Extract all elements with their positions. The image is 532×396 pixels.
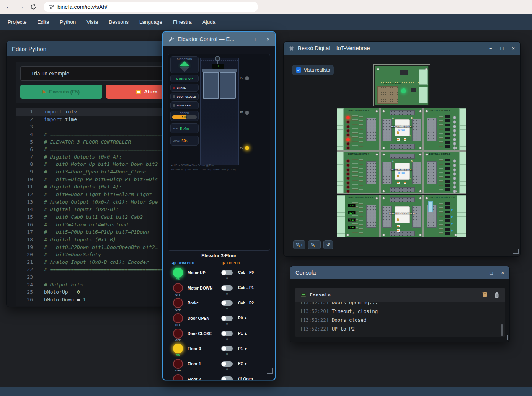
- code-text: # bit3=Door_Open bit4=Door_Close: [39, 168, 146, 176]
- line-number: 7: [16, 153, 39, 161]
- toggle-cab-p1[interactable]: [221, 285, 233, 291]
- board-acenter[interactable]: VERTEBRA ANALÒGICA: [380, 195, 423, 237]
- url-text[interactable]: binefa.com/iotv/sAh/: [57, 4, 108, 10]
- resize-handle[interactable]: [503, 335, 508, 340]
- trash-icon[interactable]: [494, 292, 499, 298]
- elevator-titlebar[interactable]: Elevator Control — E... − □ ×: [163, 32, 275, 46]
- besso-title: Bessó Digital – IoT-Vertebrae: [298, 45, 370, 51]
- terminal-strip: [337, 152, 344, 193]
- taskbar: [0, 387, 532, 396]
- checkbox-checked-icon[interactable]: ✓: [296, 67, 301, 73]
- maximize-icon[interactable]: □: [255, 37, 258, 42]
- led-floor-2: [173, 374, 183, 380]
- code-text: [39, 123, 44, 131]
- sim-legend: ▲ UP ▼ DOWN ● Floor Sensor ▦ Door Encode…: [171, 163, 236, 172]
- app-menubar: ProjecteEditaPythonVistaBessonsLanguageF…: [0, 14, 532, 30]
- board-aleft[interactable]: COSTELLA ANALÒGICA A1.41.41.41.4: [337, 195, 380, 237]
- alarm-led: [173, 104, 175, 107]
- led-red-off: [346, 168, 350, 172]
- zoom-in-button[interactable]: +: [293, 240, 305, 249]
- board-dleft[interactable]: COSTELLA DIGITAL A: [337, 151, 380, 194]
- cab-display: +: [212, 64, 224, 69]
- down-triangle-icon: [180, 67, 189, 72]
- toggle-cab-p0[interactable]: [221, 270, 233, 275]
- elevator-cab: [202, 69, 237, 100]
- head-board: CAP IoT-Vertebrae: [375, 66, 429, 105]
- toggle-p2-[interactable]: [221, 361, 233, 367]
- terminal-block: [419, 87, 428, 103]
- components-field: [439, 159, 443, 191]
- forward-icon[interactable]: →: [16, 2, 26, 12]
- board-dright[interactable]: COSTELLA DIGITAL B: [423, 108, 466, 151]
- board-dcenter[interactable]: ABVERTEBRA DIGITALID 0000↑: [380, 151, 423, 194]
- consola-titlebar[interactable]: Consola − □ ×: [290, 266, 509, 279]
- led-gray-off: [453, 116, 456, 119]
- plc-led-row: OFFFloor 1: [171, 356, 220, 371]
- minimize-icon[interactable]: −: [478, 270, 481, 275]
- close-icon[interactable]: ×: [266, 37, 269, 42]
- transistor-column: [445, 159, 450, 193]
- menu-item-python[interactable]: Python: [54, 16, 81, 28]
- head-board-frame[interactable]: CAP IoT-Vertebrae: [373, 64, 430, 106]
- line-number: 11: [16, 183, 39, 191]
- minimize-icon[interactable]: −: [489, 46, 492, 51]
- maximize-icon[interactable]: □: [501, 46, 504, 51]
- line-number: 23: [16, 273, 39, 281]
- led-label: Brake: [188, 301, 199, 305]
- menu-item-finestra[interactable]: Finestra: [168, 16, 197, 28]
- orange-led: [404, 182, 406, 184]
- menu-item-ajuda[interactable]: Ajuda: [197, 16, 221, 28]
- board-grid[interactable]: COSTELLA DIGITAL AABVERTEBRA DIGITALID 0…: [337, 108, 467, 237]
- speed-bar: 5.0V: [172, 115, 197, 119]
- toggle-p1-[interactable]: [221, 331, 233, 336]
- menu-item-edita[interactable]: Edita: [32, 16, 55, 28]
- line-number: 2: [16, 116, 39, 123]
- menu-item-bessons[interactable]: Bessons: [103, 16, 134, 28]
- back-icon[interactable]: ←: [4, 2, 14, 12]
- line-number: 25: [16, 288, 39, 296]
- components-field: [359, 159, 363, 191]
- mount-hole: [375, 153, 378, 156]
- led-door-close: [173, 329, 183, 339]
- mount-hole: [382, 190, 385, 193]
- board-dcenter[interactable]: ABVERTEBRA DIGITALID 0000↑: [380, 108, 423, 151]
- toggle-cab-p2[interactable]: [221, 300, 233, 306]
- menu-item-language[interactable]: Language: [134, 16, 168, 28]
- board-label: B: [411, 160, 413, 162]
- board-dright[interactable]: COSTELLA DIGITAL B: [423, 151, 466, 194]
- smd-ic: [400, 70, 408, 75]
- code-text: import iotv: [39, 108, 77, 116]
- up-triangle-icon: [180, 61, 189, 66]
- realistic-view-toggle[interactable]: ✓ Vista realista: [292, 65, 334, 75]
- besso-titlebar[interactable]: Bessó Digital – IoT-Vertebrae − □ ×: [284, 42, 520, 55]
- site-settings-icon[interactable]: [49, 4, 54, 10]
- board-aright[interactable]: COSTELLA ANALÒGICA B▶▶▶▶: [423, 195, 466, 237]
- stop-icon: [136, 90, 141, 94]
- toggle--open[interactable]: [221, 376, 233, 380]
- menu-item-projecte[interactable]: Projecte: [2, 16, 32, 28]
- reload-icon[interactable]: [28, 2, 38, 12]
- menu-item-vista[interactable]: Vista: [81, 16, 103, 28]
- run-button[interactable]: ▶ Executa (F5): [20, 85, 102, 99]
- resize-handle[interactable]: [513, 249, 519, 254]
- board-dleft[interactable]: COSTELLA DIGITAL A: [337, 108, 380, 151]
- maximize-icon[interactable]: □: [490, 270, 493, 275]
- up-arrow-icon: ↑: [409, 177, 411, 181]
- resize-handle[interactable]: [267, 368, 273, 374]
- led-red-off: [346, 190, 350, 193]
- speed-value: 5.0V: [172, 115, 197, 119]
- scroll-log-icon[interactable]: [482, 291, 488, 298]
- zoom-out-button[interactable]: −: [308, 240, 320, 249]
- line-number: 10: [16, 176, 39, 183]
- plc-switch-row: ⟨|⟩ Open: [221, 371, 273, 380]
- led-label: Door OPEN: [188, 316, 209, 321]
- reset-view-button[interactable]: ↺: [323, 240, 333, 249]
- toggle-p0-[interactable]: [221, 316, 233, 321]
- console-log[interactable]: [13:52:12] Doors opening...[13:52:20] Ti…: [295, 298, 505, 333]
- close-icon[interactable]: ×: [501, 270, 504, 275]
- minimize-icon[interactable]: −: [244, 37, 247, 42]
- address-bar[interactable]: binefa.com/iotv/sAh/: [44, 2, 258, 12]
- toggle-p1-[interactable]: [221, 346, 233, 351]
- close-icon[interactable]: ×: [512, 46, 515, 51]
- to-plc-column: 0Cab→P00Cab→P10Cab→P20P0 ▲0P1 ▲0P1 ▼0P2 …: [221, 265, 273, 380]
